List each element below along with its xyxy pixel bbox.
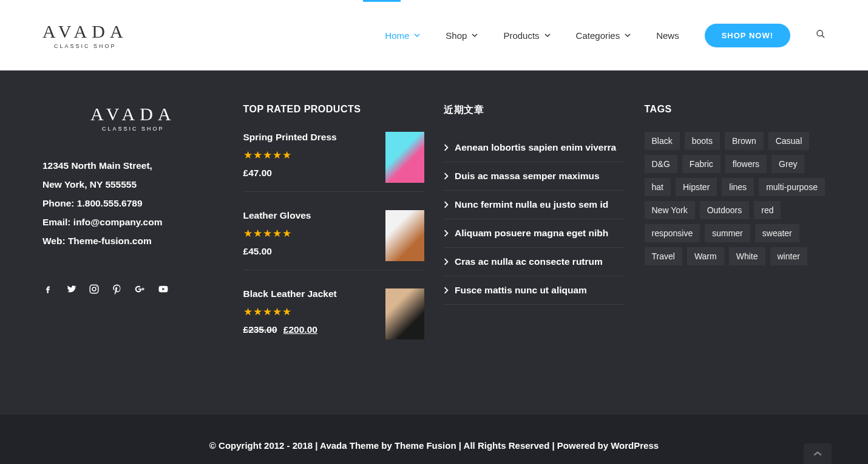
nav-home[interactable]: Home — [385, 30, 420, 41]
wordpress-link[interactable]: WordPress — [611, 440, 659, 451]
search-icon[interactable] — [816, 29, 826, 41]
tag-item[interactable]: winter — [770, 247, 807, 265]
chevron-down-icon — [625, 32, 631, 38]
contact-phone: Phone: 1.800.555.6789 — [42, 194, 224, 213]
nav-label: Shop — [446, 30, 467, 41]
chevron-down-icon — [414, 32, 420, 38]
footer-logo: AVADA CLASSIC SHOP — [42, 104, 224, 132]
nav-news[interactable]: News — [656, 30, 679, 41]
instagram-icon[interactable] — [89, 284, 100, 297]
tag-item[interactable]: Grey — [771, 155, 804, 173]
footer-logo-tagline: CLASSIC SHOP — [102, 126, 164, 132]
shop-now-button[interactable]: SHOP NOW! — [705, 24, 790, 47]
logo-text: AVADA — [42, 21, 128, 42]
product-image — [385, 288, 424, 339]
scroll-to-top-button[interactable] — [804, 443, 832, 464]
product-item[interactable]: Black Leather Jacket ★★★★★ £235.00 £200.… — [243, 288, 425, 348]
tag-item[interactable]: Warm — [687, 247, 724, 265]
footer-col-contact: AVADA CLASSIC SHOP 12345 North Main Stre… — [42, 104, 224, 366]
post-title: Aliquam posuere magna eget nibh — [455, 228, 608, 239]
rating-stars-icon: ★★★★★ — [243, 305, 386, 318]
facebook-icon[interactable] — [42, 284, 53, 297]
svg-rect-2 — [90, 285, 98, 293]
post-item[interactable]: Nunc fermint nulla eu justo sem id — [444, 191, 625, 219]
nav-categories[interactable]: Categories — [576, 30, 631, 41]
product-item[interactable]: Spring Printed Dress ★★★★★ £47.00 — [243, 132, 425, 192]
tag-item[interactable]: hat — [645, 178, 671, 196]
youtube-icon[interactable] — [158, 284, 169, 297]
product-title: Spring Printed Dress — [243, 132, 386, 143]
tag-item[interactable]: Hipster — [676, 178, 717, 196]
tags-heading: TAGS — [645, 104, 826, 115]
pinterest-icon[interactable] — [112, 284, 123, 297]
contact-info: 12345 North Main Street, New York, NY 55… — [42, 156, 224, 250]
logo-tagline: CLASSIC SHOP — [54, 43, 117, 49]
tag-item[interactable]: Fabric — [682, 155, 721, 173]
theme-fusion-link[interactable]: Theme Fusion — [395, 440, 456, 451]
product-image — [385, 210, 424, 261]
post-item[interactable]: Cras ac nulla ac consecte rutrum — [444, 248, 625, 276]
nav-label: News — [656, 30, 679, 41]
tag-item[interactable]: boots — [685, 132, 720, 150]
svg-line-1 — [822, 35, 824, 38]
tag-item[interactable]: flowers — [725, 155, 767, 173]
nav-label: Categories — [576, 30, 620, 41]
svg-point-3 — [92, 287, 96, 291]
rating-stars-icon: ★★★★★ — [243, 149, 386, 162]
footer-logo-text: AVADA — [90, 104, 176, 125]
google-plus-icon[interactable] — [135, 284, 146, 297]
main-header: AVADA CLASSIC SHOP Home Shop Products Ca… — [0, 0, 868, 70]
nav-shop[interactable]: Shop — [446, 30, 478, 41]
tag-item[interactable]: Travel — [645, 247, 682, 265]
post-title: Nunc fermint nulla eu justo sem id — [455, 199, 608, 210]
contact-web: Web: Theme-fusion.com — [42, 231, 224, 250]
tag-item[interactable]: responsive — [645, 224, 700, 242]
recent-posts-heading: 近期文章 — [444, 104, 625, 117]
product-image — [385, 132, 424, 183]
tag-item[interactable]: White — [729, 247, 765, 265]
footer: AVADA CLASSIC SHOP 12345 North Main Stre… — [0, 70, 868, 415]
nav-label: Products — [503, 30, 539, 41]
social-links — [42, 284, 224, 297]
main-nav: Home Shop Products Categories News SHOP … — [385, 24, 826, 47]
tag-item[interactable]: lines — [722, 178, 754, 196]
rating-stars-icon: ★★★★★ — [243, 227, 386, 240]
post-title: Aenean lobortis sapien enim viverra — [455, 142, 616, 153]
tag-item[interactable]: Outdoors — [700, 201, 750, 219]
chevron-down-icon — [472, 32, 478, 38]
bottom-bar: © Copyright 2012 - 2018 | Avada Theme by… — [0, 415, 868, 464]
post-item[interactable]: Aliquam posuere magna eget nibh — [444, 219, 625, 248]
nav-label: Home — [385, 30, 409, 41]
top-rated-heading: TOP RATED PRODUCTS — [243, 104, 425, 115]
post-item[interactable]: Duis ac massa semper maximus — [444, 162, 625, 191]
post-title: Fusce mattis nunc ut aliquam — [455, 285, 587, 296]
tag-item[interactable]: sweater — [755, 224, 799, 242]
tag-item[interactable]: Casual — [768, 132, 810, 150]
tag-item[interactable]: Brown — [725, 132, 764, 150]
twitter-icon[interactable] — [66, 284, 76, 297]
tag-item[interactable]: multi-purpose — [759, 178, 825, 196]
tag-item[interactable]: D&G — [645, 155, 677, 173]
footer-col-recent: 近期文章 Aenean lobortis sapien enim viverra… — [444, 104, 625, 366]
tag-item[interactable]: summer — [705, 224, 750, 242]
tag-item[interactable]: New York — [645, 201, 695, 219]
tag-item[interactable]: Black — [645, 132, 680, 150]
post-item[interactable]: Fusce mattis nunc ut aliquam — [444, 276, 625, 305]
svg-point-4 — [96, 286, 97, 287]
product-price: £47.00 — [243, 168, 386, 179]
post-title: Cras ac nulla ac consecte rutrum — [455, 256, 603, 267]
nav-products[interactable]: Products — [503, 30, 550, 41]
tag-cloud: BlackbootsBrownCasualD&GFabricflowersGre… — [645, 132, 826, 265]
product-title: Leather Gloves — [243, 210, 386, 221]
product-item[interactable]: Leather Gloves ★★★★★ £45.00 — [243, 210, 425, 270]
logo[interactable]: AVADA CLASSIC SHOP — [42, 21, 128, 49]
footer-col-tags: TAGS BlackbootsBrownCasualD&GFabricflowe… — [645, 104, 826, 366]
post-list: Aenean lobortis sapien enim viverraDuis … — [444, 134, 625, 305]
chevron-down-icon — [544, 32, 551, 38]
svg-point-0 — [817, 30, 822, 36]
tag-item[interactable]: red — [754, 201, 781, 219]
product-title: Black Leather Jacket — [243, 288, 386, 299]
contact-email: Email: info@company.com — [42, 213, 224, 231]
post-title: Duis ac massa semper maximus — [455, 171, 600, 182]
post-item[interactable]: Aenean lobortis sapien enim viverra — [444, 134, 625, 162]
